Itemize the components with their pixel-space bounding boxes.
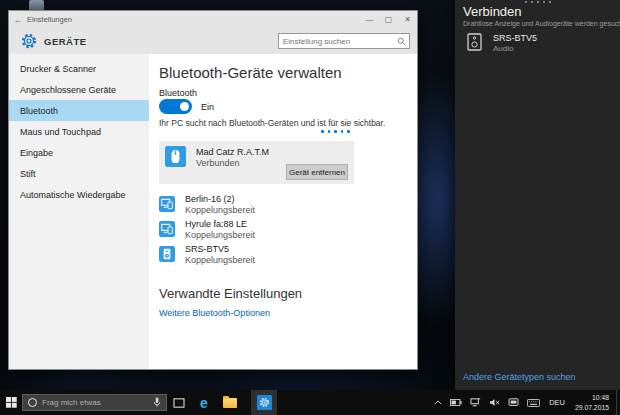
language-indicator[interactable]: DEU — [544, 398, 570, 407]
sidebar: Drucker & Scanner Angeschlossene Geräte … — [9, 54, 149, 369]
sidebar-item-label: Maus und Touchpad — [20, 127, 101, 137]
toggle-state-label: Ein — [201, 102, 214, 112]
flyout-device-type: Audio — [493, 44, 513, 53]
sidebar-item-label: Automatische Wiedergabe — [20, 190, 126, 200]
file-explorer-button[interactable] — [217, 390, 243, 415]
remove-device-button[interactable]: Gerät entfernen — [286, 164, 348, 180]
flyout-title: Verbinden — [463, 4, 522, 19]
edge-icon: e — [200, 395, 208, 411]
content-title: Bluetooth-Geräte verwalten — [159, 64, 342, 81]
search-icon — [397, 37, 406, 46]
toggle-knob — [180, 102, 189, 111]
cortana-icon — [28, 398, 37, 407]
svg-text:*: * — [478, 398, 480, 403]
page-title: GERÄTE — [44, 36, 87, 47]
desktop: ← Einstellungen — ▢ ✕ GERÄTE Drucker & S — [0, 0, 620, 415]
device-row[interactable]: SRS-BTV5 Koppelungsbereit — [159, 244, 359, 269]
taskbar-clock[interactable]: 10:48 29.07.2015 — [570, 393, 614, 413]
device-status: Verbunden — [196, 158, 240, 168]
hidden-icons-chevron-icon[interactable] — [430, 390, 446, 415]
bluetooth-toggle-label: Bluetooth — [159, 88, 197, 98]
back-icon[interactable]: ← — [9, 15, 27, 25]
sidebar-item-drucker-scanner[interactable]: Drucker & Scanner — [9, 58, 149, 79]
flyout-device-name: SRS-BTV5 — [493, 33, 537, 43]
sidebar-item-automatische-wiedergabe[interactable]: Automatische Wiedergabe — [9, 184, 149, 205]
device-status: Koppelungsbereit — [185, 205, 255, 215]
minimize-icon[interactable]: — — [360, 11, 379, 28]
device-name: SRS-BTV5 — [185, 244, 229, 254]
flyout-device-row[interactable]: SRS-BTV5 Audio — [463, 32, 614, 54]
touch-keyboard-icon[interactable] — [523, 390, 544, 415]
tray-app-icon[interactable] — [504, 390, 523, 415]
taskbar-search-box[interactable] — [22, 394, 167, 411]
sidebar-item-angeschlossene-geraete[interactable]: Angeschlossene Geräte — [9, 79, 149, 100]
folder-icon — [223, 398, 237, 408]
microphone-icon[interactable] — [153, 397, 161, 408]
more-bluetooth-options-link[interactable]: Weitere Bluetooth-Optionen — [159, 308, 270, 318]
gear-icon — [21, 33, 37, 49]
settings-app-button[interactable] — [251, 390, 277, 415]
edge-button[interactable]: e — [191, 390, 217, 415]
search-other-device-types-link[interactable]: Andere Gerätetypen suchen — [463, 372, 576, 382]
clock-date: 29.07.2015 — [575, 404, 609, 411]
sidebar-item-bluetooth[interactable]: Bluetooth — [9, 100, 149, 121]
device-row[interactable]: Hyrule fa:88 LE Koppelungsbereit — [159, 219, 359, 244]
task-view-icon — [173, 398, 185, 408]
settings-search-input[interactable] — [279, 37, 397, 46]
close-icon[interactable]: ✕ — [398, 11, 417, 28]
device-name: Berlin-16 (2) — [185, 194, 235, 204]
mouse-icon — [165, 146, 186, 167]
recycle-bin-icon[interactable] — [29, 0, 44, 10]
clock-time: 10:48 — [592, 394, 609, 401]
window-title: Einstellungen — [27, 15, 72, 24]
flyout-subtitle: Drahtlose Anzeige und Audiogeräte werden… — [463, 20, 620, 27]
start-button[interactable] — [0, 390, 22, 415]
device-status: Koppelungsbereit — [185, 255, 255, 265]
settings-search-box[interactable] — [278, 33, 410, 49]
device-row-selected[interactable]: Mad Catz R.A.T.M Verbunden Gerät entfern… — [159, 141, 354, 184]
show-desktop-button[interactable] — [616, 390, 620, 415]
sidebar-item-stift[interactable]: Stift — [9, 163, 149, 184]
sidebar-item-label: Stift — [20, 169, 36, 179]
settings-header: GERÄTE — [9, 28, 417, 54]
battery-icon[interactable] — [446, 390, 466, 415]
device-row[interactable]: Berlin-16 (2) Koppelungsbereit — [159, 194, 359, 219]
maximize-icon[interactable]: ▢ — [379, 11, 398, 28]
bluetooth-status-text: Ihr PC sucht nach Bluetooth-Geräten und … — [159, 118, 385, 128]
taskbar: e * — [0, 390, 620, 415]
system-tray: * DEU 10:48 29.07.2015 — [430, 390, 620, 415]
searching-progress-dots — [321, 130, 350, 133]
task-view-button[interactable] — [167, 390, 191, 415]
sidebar-item-label: Eingabe — [20, 148, 53, 158]
speaker-icon — [159, 246, 175, 262]
device-status: Koppelungsbereit — [185, 230, 255, 240]
titlebar[interactable]: ← Einstellungen — ▢ ✕ — [9, 11, 417, 28]
bluetooth-settings-panel: Bluetooth-Geräte verwalten Bluetooth Ein… — [149, 54, 417, 369]
taskbar-search-input[interactable] — [42, 398, 153, 407]
sidebar-item-label: Drucker & Scanner — [20, 64, 96, 74]
bluetooth-toggle[interactable] — [159, 99, 192, 114]
related-settings-heading: Verwandte Einstellungen — [159, 286, 302, 301]
settings-window: ← Einstellungen — ▢ ✕ GERÄTE Drucker & S — [8, 10, 418, 370]
connect-flyout: Verbinden Drahtlose Anzeige und Audioger… — [455, 0, 620, 390]
flyout-progress-dots — [455, 1, 620, 3]
device-name: Mad Catz R.A.T.M — [196, 147, 269, 157]
speaker-outline-icon — [467, 33, 482, 51]
network-icon[interactable]: * — [466, 390, 485, 415]
windows-logo-icon — [6, 397, 17, 408]
sidebar-item-maus-touchpad[interactable]: Maus und Touchpad — [9, 121, 149, 142]
device-name: Hyrule fa:88 LE — [185, 219, 247, 229]
pc-phone-icon — [159, 196, 175, 212]
settings-app-icon — [257, 395, 272, 410]
sidebar-item-label: Angeschlossene Geräte — [20, 85, 116, 95]
sidebar-item-eingabe[interactable]: Eingabe — [9, 142, 149, 163]
volume-icon[interactable] — [485, 390, 504, 415]
sidebar-item-label: Bluetooth — [20, 106, 58, 116]
pc-phone-icon — [159, 221, 175, 237]
